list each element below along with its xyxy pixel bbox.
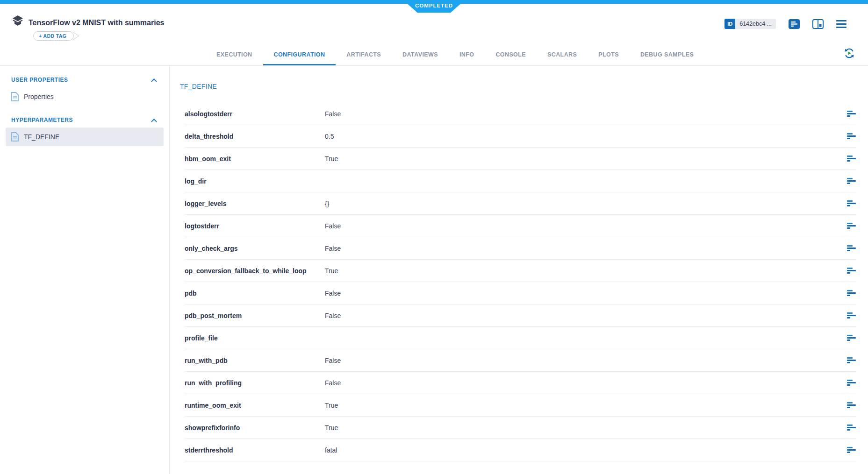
param-name: alsologtostderr (185, 110, 325, 118)
param-description-icon[interactable] (847, 177, 856, 185)
param-row: stderrthreshold fatal (185, 439, 856, 461)
sidebar-item-label: Properties (24, 93, 54, 100)
experiment-icon (12, 15, 23, 28)
param-name: showprefixforinfo (185, 424, 325, 432)
param-value: 0.5 (325, 133, 847, 140)
param-description-icon[interactable] (847, 199, 856, 208)
param-value: True (325, 424, 847, 432)
section-title: HYPERPARAMETERS (11, 117, 73, 123)
add-tag-label: + ADD TAG (39, 33, 66, 39)
main-content: TF_DEFINE alsologtostderr False delta_th… (170, 66, 868, 474)
param-name: profile_file (185, 334, 325, 342)
param-row: only_check_args False (185, 237, 856, 260)
experiment-title[interactable]: TensorFlow v2 MNIST with summaries (29, 19, 164, 27)
param-description-icon[interactable] (847, 244, 856, 253)
auto-refresh-button[interactable] (844, 48, 855, 61)
param-name: run_with_profiling (185, 379, 325, 387)
tab-plots[interactable]: PLOTS (588, 45, 630, 65)
id-value: 6142ebc4 ... (735, 19, 776, 29)
param-row: logger_levels {} (185, 192, 856, 215)
experiment-id-chip[interactable]: ID 6142ebc4 ... (725, 19, 776, 29)
param-value: True (325, 267, 847, 275)
param-row: run_with_profiling False (185, 372, 856, 394)
refresh-play-icon (844, 48, 855, 59)
tab-info[interactable]: INFO (449, 45, 485, 65)
param-name: only_check_args (185, 245, 325, 252)
page-body: USER PROPERTIES Properties HYPERPARAMETE… (0, 66, 868, 474)
param-description-icon[interactable] (847, 356, 856, 365)
param-row: logtostderr False (185, 215, 856, 237)
status-label: COMPLETED (415, 3, 453, 8)
param-value: False (325, 110, 847, 118)
tab-configuration[interactable]: CONFIGURATION (263, 45, 336, 65)
tab-scalars[interactable]: SCALARS (537, 45, 588, 65)
info-panel-toggle-button[interactable] (812, 19, 824, 29)
param-description-icon[interactable] (847, 423, 856, 432)
param-name: delta_threshold (185, 133, 325, 140)
param-row: op_conversion_fallback_to_while_loop Tru… (185, 260, 856, 282)
chevron-up-icon[interactable] (151, 118, 157, 124)
section-title-tf-define: TF_DEFINE (180, 83, 868, 90)
details-panel-button[interactable] (789, 19, 800, 29)
param-name: runtime_oom_exit (185, 402, 325, 409)
tab-execution[interactable]: EXECUTION (206, 45, 263, 65)
param-row: delta_threshold 0.5 (185, 125, 856, 148)
param-description-icon[interactable] (847, 333, 856, 342)
param-name: pdb (185, 290, 325, 297)
chevron-up-icon[interactable] (151, 78, 157, 84)
notes-panel-icon (789, 19, 800, 29)
param-description-icon[interactable] (847, 154, 856, 163)
param-description-icon[interactable] (847, 109, 856, 118)
param-row: showprefixforinfo True (185, 417, 856, 439)
param-description-icon[interactable] (847, 266, 856, 275)
tab-bar: EXECUTIONCONFIGURATIONARTIFACTSDATAVIEWS… (206, 45, 704, 65)
param-description-icon[interactable] (847, 446, 856, 454)
param-row: run_with_pdb False (185, 349, 856, 372)
param-name: log_dir (185, 177, 325, 185)
sidebar-item-properties[interactable]: Properties (6, 87, 164, 106)
app-window: COMPLETED TensorFlow v2 MNIST with summa… (0, 0, 868, 474)
param-row: hbm_oom_exit True (185, 148, 856, 170)
panel-chart-icon (812, 19, 824, 29)
sidebar-section-hyperparameters: HYPERPARAMETERS TF_DEFINE (0, 113, 169, 146)
param-description-icon[interactable] (847, 378, 856, 387)
menu-button[interactable] (836, 20, 846, 28)
section-header-hyperparameters[interactable]: HYPERPARAMETERS (0, 113, 169, 127)
param-description-icon[interactable] (847, 311, 856, 320)
tab-console[interactable]: CONSOLE (485, 45, 537, 65)
header: TensorFlow v2 MNIST with summaries + ADD… (0, 4, 868, 66)
param-value: False (325, 245, 847, 252)
param-value: False (325, 379, 847, 387)
param-description-icon[interactable] (847, 132, 856, 141)
param-description-icon[interactable] (847, 221, 856, 230)
sidebar: USER PROPERTIES Properties HYPERPARAMETE… (0, 66, 170, 474)
param-name: pdb_post_mortem (185, 312, 325, 319)
param-description-icon[interactable] (847, 401, 856, 410)
sidebar-item-label: TF_DEFINE (24, 133, 59, 141)
param-table: alsologtostderr False delta_threshold 0.… (185, 103, 856, 461)
tab-debug-samples[interactable]: DEBUG SAMPLES (630, 45, 704, 65)
param-value: True (325, 155, 847, 163)
sidebar-section-user-properties: USER PROPERTIES Properties (0, 73, 169, 106)
param-name: hbm_oom_exit (185, 155, 325, 163)
param-row: alsologtostderr False (185, 103, 856, 125)
document-icon (11, 132, 19, 141)
param-name: run_with_pdb (185, 357, 325, 364)
add-tag-button[interactable]: + ADD TAG (33, 31, 86, 41)
param-description-icon[interactable] (847, 289, 856, 297)
tab-artifacts[interactable]: ARTIFACTS (336, 45, 392, 65)
param-value: False (325, 222, 847, 230)
param-row: runtime_oom_exit True (185, 394, 856, 417)
header-actions: ID 6142ebc4 ... (725, 19, 846, 29)
param-value: False (325, 312, 847, 319)
tab-dataviews[interactable]: DATAVIEWS (392, 45, 449, 65)
sidebar-item-tf-define[interactable]: TF_DEFINE (6, 127, 164, 146)
param-row: pdb_post_mortem False (185, 304, 856, 327)
param-value: fatal (325, 446, 847, 454)
param-value: False (325, 357, 847, 364)
param-name: stderrthreshold (185, 446, 325, 454)
section-header-user-properties[interactable]: USER PROPERTIES (0, 73, 169, 86)
param-value: {} (325, 200, 847, 207)
param-value: True (325, 402, 847, 409)
param-name: logtostderr (185, 222, 325, 230)
